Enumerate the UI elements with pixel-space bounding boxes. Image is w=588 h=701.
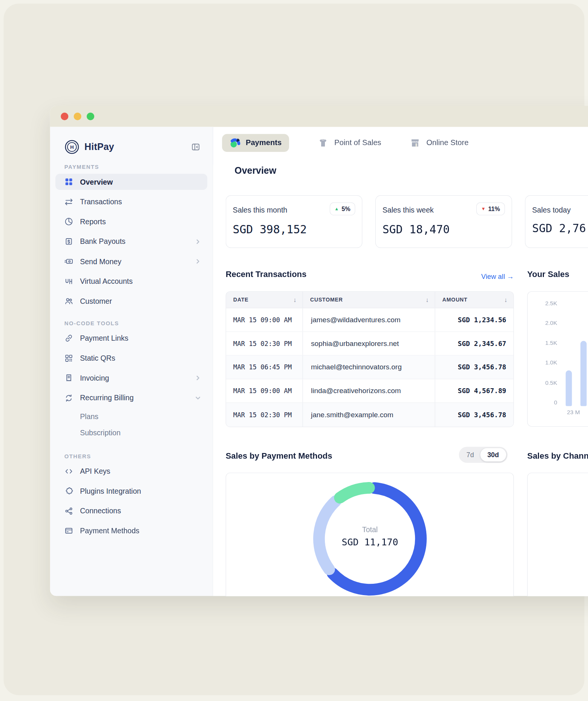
toggle-7d-button[interactable]: 7d <box>460 448 480 462</box>
screenshot-stage: H HitPay PAYMENTS Overview Transactions <box>0 0 588 701</box>
sidebar-item-plugins-integration[interactable]: Plugins Integration <box>55 483 207 499</box>
grid-icon <box>64 178 74 187</box>
tab-point-of-sales[interactable]: Point of Sales <box>318 138 381 148</box>
repeat-icon <box>64 393 74 403</box>
stat-label: Sales today <box>532 206 571 214</box>
sidebar-item-label: Overview <box>80 178 207 186</box>
sidebar-item-label: Payment Methods <box>80 527 207 535</box>
toggle-30d-button[interactable]: 30d <box>480 448 506 462</box>
sidebar-item-reports[interactable]: Reports <box>55 214 207 230</box>
sidebar-item-send-money[interactable]: Send Money <box>55 253 207 269</box>
sidebar-item-static-qrs[interactable]: Static QRs <box>55 350 207 366</box>
cell-date: MAR 15 09:00 AM <box>226 379 303 403</box>
sidebar-item-label: Customer <box>80 297 207 306</box>
cell-amount: SGD 3,456.78 <box>435 356 513 379</box>
sidebar-item-label: Plugins Integration <box>80 487 207 496</box>
column-header-customer[interactable]: CUSTOMER↓ <box>303 292 435 308</box>
tab-label: Online Store <box>426 138 469 147</box>
tab-online-store[interactable]: Online Store <box>410 138 469 148</box>
sort-down-icon[interactable]: ↓ <box>504 296 508 303</box>
tab-label: Payments <box>246 138 282 147</box>
sidebar-item-api-keys[interactable]: API Keys <box>55 463 207 479</box>
cell-date: MAR 15 02:30 PM <box>226 332 303 355</box>
sidebar-item-label: Plans <box>80 412 207 421</box>
table-row[interactable]: MAR 15 02:30 PM sophia@urbanexplorers.ne… <box>226 332 513 356</box>
payment-methods-donut-panel: Total SGD 11,170 <box>226 473 514 596</box>
hitpay-logo-icon: H <box>64 139 80 155</box>
delta-badge: ▲5% <box>329 202 355 215</box>
banknote-icon <box>64 237 74 246</box>
sidebar-item-label: API Keys <box>80 467 207 476</box>
sort-down-icon[interactable]: ↓ <box>293 296 297 303</box>
table-header: DATE↓ CUSTOMER↓ AMOUNT↓ <box>226 292 513 308</box>
sidebar-item-label: Invoicing <box>80 374 195 383</box>
chevron-right-icon <box>195 238 201 245</box>
sidebar-item-label: Subscription <box>80 429 207 437</box>
donut-total-label: Total <box>303 525 437 534</box>
cell-customer: michael@techinnovators.org <box>303 356 435 379</box>
content-area: Payments Point of Sales Online Store <box>213 127 588 596</box>
sidebar-item-plans[interactable]: Plans <box>55 410 207 423</box>
range-toggle: 7d 30d <box>459 447 507 463</box>
puzzle-icon <box>64 487 74 496</box>
stats-row: Sales this month ▲5% SGD 398,152 Sales t… <box>226 195 588 248</box>
sidebar-item-virtual-accounts[interactable]: Virtual Accounts <box>55 273 207 289</box>
stat-value: SGD 398,152 <box>233 223 355 236</box>
sidebar-item-recurring-billing[interactable]: Recurring Billing <box>55 390 207 406</box>
code-icon <box>64 467 74 476</box>
swap-arrows-icon <box>64 197 74 206</box>
sidebar-item-label: Virtual Accounts <box>80 277 207 286</box>
sidebar-item-customer[interactable]: Customer <box>55 293 207 309</box>
virtual-accounts-icon <box>64 277 74 286</box>
delta-badge: ▼11% <box>476 202 505 215</box>
donut-total-value: SGD 11,170 <box>303 537 437 548</box>
minimize-window-button[interactable] <box>74 113 81 120</box>
stat-card-sales-today: Sales today SGD 2,76 <box>525 195 588 248</box>
pie-chart-icon <box>64 217 74 226</box>
sidebar-item-bank-payouts[interactable]: Bank Payouts <box>55 233 207 249</box>
link-icon <box>64 334 74 343</box>
table-row[interactable]: MAR 15 02:30 PM jane.smith@example.com S… <box>226 403 513 427</box>
table-row[interactable]: MAR 15 06:45 PM michael@techinnovators.o… <box>226 356 513 380</box>
sidebar-collapse-icon[interactable] <box>191 142 200 152</box>
sidebar-item-transactions[interactable]: Transactions <box>55 194 207 210</box>
tab-payments[interactable]: Payments <box>222 134 289 152</box>
cash-send-icon <box>64 257 74 266</box>
column-header-date[interactable]: DATE↓ <box>226 292 303 308</box>
maximize-window-button[interactable] <box>87 113 94 120</box>
chevron-right-icon <box>195 258 201 265</box>
storefront-icon <box>410 138 420 148</box>
bar <box>566 370 572 406</box>
sidebar-item-label: Recurring Billing <box>80 393 195 402</box>
credit-card-icon <box>64 526 74 535</box>
view-all-link[interactable]: View all → <box>226 272 514 280</box>
sort-down-icon[interactable]: ↓ <box>426 296 429 303</box>
column-header-amount[interactable]: AMOUNT↓ <box>435 292 513 308</box>
cell-customer: linda@creativehorizons.com <box>303 379 435 403</box>
sidebar-item-label: Transactions <box>80 197 207 206</box>
window-titlebar <box>50 106 588 127</box>
sidebar-item-label: Connections <box>80 507 207 515</box>
stat-label: Sales this month <box>233 206 288 214</box>
sidebar-item-invoicing[interactable]: Invoicing <box>55 370 207 386</box>
close-window-button[interactable] <box>61 113 68 120</box>
sidebar-section-others: OTHERS <box>64 453 207 460</box>
cell-date: MAR 15 02:30 PM <box>226 403 303 427</box>
bar <box>580 341 587 406</box>
stat-value: SGD 18,470 <box>383 223 505 236</box>
sidebar-item-subscription[interactable]: Subscription <box>55 426 207 439</box>
sidebar-item-payment-methods[interactable]: Payment Methods <box>55 523 207 539</box>
cell-customer: jane.smith@example.com <box>303 403 435 427</box>
sidebar-item-label: Static QRs <box>80 354 207 363</box>
table-row[interactable]: MAR 15 09:00 AM linda@creativehorizons.c… <box>226 379 513 403</box>
sidebar-section-no-code-tools: NO-CODE TOOLS <box>64 320 207 327</box>
sidebar-item-payment-links[interactable]: Payment Links <box>55 330 207 346</box>
tab-label: Point of Sales <box>334 138 381 147</box>
segment-green <box>340 488 369 497</box>
sidebar-item-label: Reports <box>80 217 207 226</box>
table-row[interactable]: MAR 15 09:00 AM james@wildadventures.com… <box>226 308 513 332</box>
sidebar-item-overview[interactable]: Overview <box>55 174 207 190</box>
up-triangle-icon: ▲ <box>334 207 339 211</box>
down-triangle-icon: ▼ <box>481 207 485 211</box>
sidebar-item-connections[interactable]: Connections <box>55 503 207 519</box>
